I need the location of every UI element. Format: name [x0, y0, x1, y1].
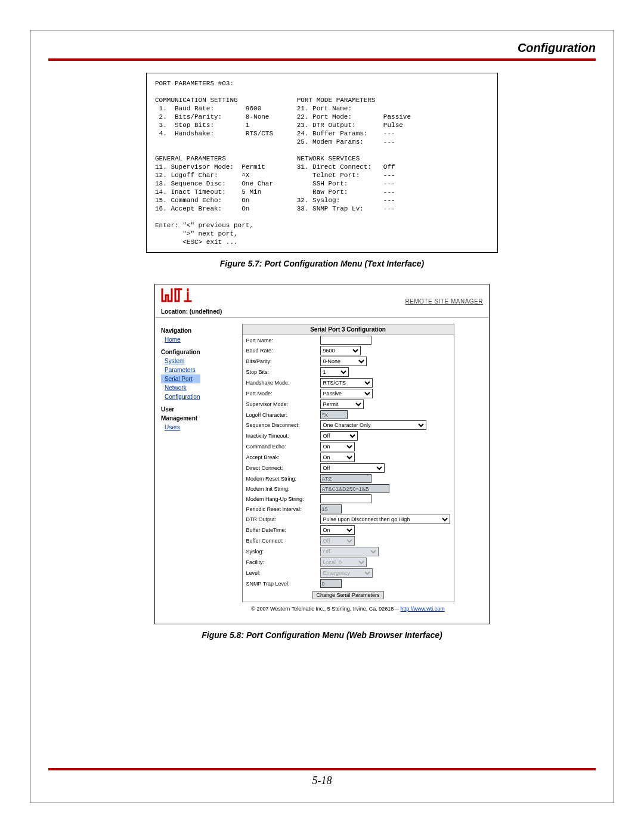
label-baud-rate: Baud Rate:	[246, 348, 317, 354]
select-facility: Local_0	[320, 558, 367, 567]
form-row-supervisor-mode: Supervisor Mode:Permit	[243, 399, 454, 410]
label-periodic-reset: Periodic Reset Interval:	[246, 506, 317, 512]
document-page: Configuration PORT PARAMETERS #03: COMMU…	[30, 30, 614, 803]
serial-port-form: Serial Port 3 Configuration Port Name:Ba…	[242, 324, 454, 602]
form-row-snmp-trap: SNMP Trap Level:	[243, 578, 454, 589]
form-row-direct-connect: Direct Connect:Off	[243, 463, 454, 473]
page-header: Configuration	[30, 30, 614, 58]
nav-link-serial-port[interactable]: Serial Port	[161, 374, 200, 383]
form-row-dtr-output: DTR Output:Pulse upon Disconnect then go…	[243, 514, 454, 525]
form-row-port-mode: Port Mode:Passive	[243, 388, 454, 399]
browser-box: REMOTE SITE MANAGER Location: (undefined…	[154, 284, 490, 624]
input-modem-hangup[interactable]	[320, 494, 371, 503]
label-accept-break: Accept Break:	[246, 454, 317, 460]
form-row-modem-reset: Modem Reset String:	[243, 473, 454, 484]
label-modem-reset: Modem Reset String:	[246, 476, 317, 482]
label-facility: Facility:	[246, 559, 317, 565]
label-buffer-connect: Buffer Connect:	[246, 538, 317, 544]
label-supervisor-mode: Supervisor Mode:	[246, 401, 317, 407]
form-row-buffer-connect: Buffer Connect:Off	[243, 535, 454, 546]
form-row-baud-rate: Baud Rate:9600	[243, 345, 454, 356]
label-level: Level:	[246, 570, 317, 576]
label-sequence-disconnect: Sequence Disconnect:	[246, 422, 317, 428]
figure-5-7-caption: Figure 5.7: Port Configuration Menu (Tex…	[48, 259, 596, 268]
terminal-box: PORT PARAMETERS #03: COMMUNICATION SETTI…	[146, 73, 498, 253]
navigation-sidebar: Navigation Home Configuration System Par…	[155, 318, 206, 624]
form-row-accept-break: Accept Break:On	[243, 452, 454, 463]
form-row-buffer-datetime: Buffer DateTime:On	[243, 525, 454, 535]
select-dtr-output[interactable]: Pulse upon Disconnect then go High	[320, 515, 450, 524]
input-periodic-reset	[320, 504, 342, 513]
input-modem-reset	[320, 474, 371, 483]
select-port-mode[interactable]: Passive	[320, 389, 373, 398]
label-logoff-char: Logoff Character:	[246, 412, 317, 418]
form-main: Serial Port 3 Configuration Port Name:Ba…	[206, 318, 490, 624]
select-sequence-disconnect[interactable]: One Character Only	[320, 420, 426, 430]
form-row-syslog: Syslog:Off	[243, 546, 454, 557]
form-row-modem-init: Modem Init String:	[243, 484, 454, 494]
select-accept-break[interactable]: On	[320, 453, 355, 462]
location-bar: Location: (undefined)	[155, 306, 489, 318]
form-row-level: Level:Emergency	[243, 568, 454, 578]
select-stop-bits[interactable]: 1	[320, 367, 349, 377]
label-modem-hangup: Modem Hang-Up String:	[246, 496, 317, 502]
form-row-port-name: Port Name:	[243, 335, 454, 345]
label-syslog: Syslog:	[246, 549, 317, 555]
select-buffer-datetime[interactable]: On	[320, 525, 355, 535]
footer-rule	[48, 768, 596, 770]
form-row-modem-hangup: Modem Hang-Up String:	[243, 494, 454, 504]
label-direct-connect: Direct Connect:	[246, 465, 317, 471]
select-buffer-connect: Off	[320, 536, 355, 546]
form-row-periodic-reset: Periodic Reset Interval:	[243, 504, 454, 514]
input-modem-init	[320, 484, 389, 493]
label-inactivity-timeout: Inactivity Timeout:	[246, 433, 317, 439]
label-port-mode: Port Mode:	[246, 391, 317, 397]
select-command-echo[interactable]: On	[320, 442, 355, 451]
form-title: Serial Port 3 Configuration	[243, 324, 454, 335]
input-snmp-trap	[320, 579, 342, 588]
select-handshake[interactable]: RTS/CTS	[320, 378, 373, 388]
form-row-inactivity-timeout: Inactivity Timeout:Off	[243, 431, 454, 441]
wti-logo	[161, 288, 203, 305]
select-inactivity-timeout[interactable]: Off	[320, 431, 358, 441]
nav-link-system-parameters[interactable]: System Parameters	[161, 357, 200, 374]
nav-heading-user-management: User Management	[161, 405, 200, 423]
select-syslog: Off	[320, 547, 379, 556]
select-baud-rate[interactable]: 9600	[320, 346, 361, 355]
form-row-logoff-char: Logoff Character:	[243, 410, 454, 420]
form-row-stop-bits: Stop Bits:1	[243, 367, 454, 377]
select-direct-connect[interactable]: Off	[320, 463, 385, 473]
input-logoff-char	[320, 410, 348, 419]
nav-heading-navigation: Navigation	[161, 326, 200, 335]
form-row-handshake: Handshake Mode:RTS/CTS	[243, 377, 454, 388]
change-serial-parameters-button[interactable]: Change Serial Parameters	[312, 591, 384, 599]
nav-heading-configuration: Configuration	[161, 348, 200, 357]
label-port-name: Port Name:	[246, 337, 317, 343]
content: PORT PARAMETERS #03: COMMUNICATION SETTI…	[30, 61, 614, 640]
form-row-facility: Facility:Local_0	[243, 557, 454, 568]
label-snmp-trap: SNMP Trap Level:	[246, 581, 317, 587]
label-buffer-datetime: Buffer DateTime:	[246, 527, 317, 533]
select-supervisor-mode[interactable]: Permit	[320, 400, 364, 409]
nav-link-home[interactable]: Home	[161, 335, 200, 344]
label-command-echo: Command Echo:	[246, 444, 317, 450]
form-row-bits-parity: Bits/Parity:8-None	[243, 356, 454, 367]
form-row-sequence-disconnect: Sequence Disconnect:One Character Only	[243, 420, 454, 431]
nav-link-network-configuration[interactable]: Network Configuration	[161, 383, 200, 401]
input-port-name[interactable]	[320, 336, 371, 345]
select-bits-parity[interactable]: 8-None	[320, 357, 367, 366]
form-row-command-echo: Command Echo:On	[243, 441, 454, 452]
banner: REMOTE SITE MANAGER	[155, 284, 489, 306]
label-bits-parity: Bits/Parity:	[246, 358, 317, 364]
label-handshake: Handshake Mode:	[246, 380, 317, 386]
nav-link-users[interactable]: Users	[161, 423, 200, 432]
label-stop-bits: Stop Bits:	[246, 369, 317, 375]
page-number: 5-18	[30, 775, 614, 787]
browser-footer: © 2007 Western Telematic Inc., 5 Sterlin…	[206, 602, 490, 618]
figure-5-8-caption: Figure 5.8: Port Configuration Menu (Web…	[48, 630, 596, 640]
remote-site-manager-label: REMOTE SITE MANAGER	[405, 298, 483, 305]
footer-link[interactable]: http://www.wti.com	[400, 606, 445, 612]
label-modem-init: Modem Init String:	[246, 486, 317, 492]
label-dtr-output: DTR Output:	[246, 516, 317, 522]
select-level: Emergency	[320, 568, 373, 578]
